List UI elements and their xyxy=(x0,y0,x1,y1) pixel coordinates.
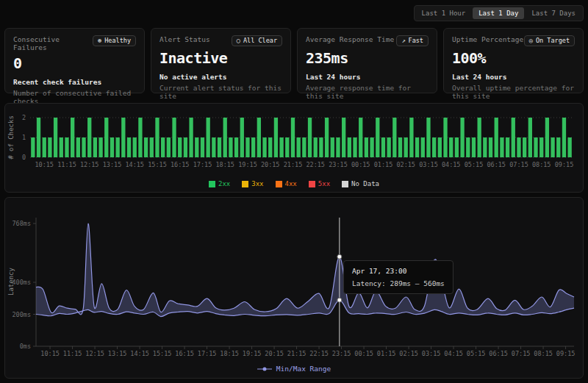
legend-label: 4xx xyxy=(285,180,297,187)
svg-text:0: 0 xyxy=(22,154,26,161)
svg-text:12:15: 12:15 xyxy=(85,350,104,357)
svg-text:07:15: 07:15 xyxy=(509,161,528,168)
stat-card-value: 100% xyxy=(452,49,575,67)
svg-text:# of Checks: # of Checks xyxy=(7,115,15,160)
stat-card-head: Uptime Percentage◎On Target xyxy=(452,35,575,46)
svg-text:17:15: 17:15 xyxy=(193,161,212,168)
stat-card-3: Uptime Percentage◎On Target100%Last 24 h… xyxy=(443,28,584,93)
status-badge-label: Fast xyxy=(409,37,423,44)
status-badge: ⊕Healthy xyxy=(93,35,136,46)
legend-label: No Data xyxy=(351,180,379,187)
stat-card-subtitle: Last 24 hours xyxy=(306,73,429,81)
stat-card-2: Average Response Time↗Fast235msLast 24 h… xyxy=(297,28,437,93)
stat-card-value: Inactive xyxy=(159,49,282,67)
svg-text:04:15: 04:15 xyxy=(442,161,461,168)
range-button-last-7-days[interactable]: Last 7 Days xyxy=(526,7,581,19)
svg-text:23:15: 23:15 xyxy=(329,161,348,168)
svg-text:01:15: 01:15 xyxy=(377,350,396,357)
svg-text:12:15: 12:15 xyxy=(80,161,99,168)
health-icon: ⊕ xyxy=(98,37,101,44)
svg-text:03:15: 03:15 xyxy=(422,350,441,357)
time-range-selector: Last 1 HourLast 1 DayLast 7 Days xyxy=(414,5,584,21)
svg-text:08:15: 08:15 xyxy=(534,350,553,357)
stat-card-title: Consecutive Failures xyxy=(13,35,93,51)
stat-cards-row: Consecutive Failures⊕Healthy0Recent chec… xyxy=(4,28,584,93)
tooltip-latency-range: Latency: 289ms – 560ms xyxy=(352,279,445,287)
stat-card-head: Average Response Time↗Fast xyxy=(306,35,429,46)
legend-item-4xx: 4xx xyxy=(276,180,297,187)
legend-swatch xyxy=(242,181,248,187)
svg-text:0ms: 0ms xyxy=(20,343,31,350)
crosshair-dot-min xyxy=(337,298,342,302)
status-badge: ↗Fast xyxy=(396,35,429,46)
svg-text:23:15: 23:15 xyxy=(332,350,351,357)
svg-text:18:15: 18:15 xyxy=(215,161,234,168)
legend-swatch xyxy=(276,181,282,187)
legend-label: 3xx xyxy=(251,180,263,187)
svg-text:09:15: 09:15 xyxy=(556,350,576,357)
legend-item-no-data: No Data xyxy=(342,180,379,187)
svg-text:02:15: 02:15 xyxy=(396,161,415,168)
svg-text:20:15: 20:15 xyxy=(261,161,280,168)
svg-text:1: 1 xyxy=(22,134,26,141)
status-badge: ◎On Target xyxy=(524,35,575,46)
stat-card-value: 235ms xyxy=(306,49,429,67)
svg-text:16:15: 16:15 xyxy=(175,350,194,357)
svg-text:21:15: 21:15 xyxy=(287,350,306,357)
range-button-last-1-hour[interactable]: Last 1 Hour xyxy=(416,7,472,19)
stat-card-1: Alert Status○All ClearInactiveNo active … xyxy=(151,28,291,93)
stat-card-title: Uptime Percentage xyxy=(452,35,523,43)
svg-text:00:15: 00:15 xyxy=(354,350,373,357)
svg-text:05:15: 05:15 xyxy=(467,350,486,357)
status-code-legend: 2xx3xx4xx5xxNo Data xyxy=(5,180,583,187)
legend-swatch xyxy=(309,181,315,187)
stat-card-title: Average Response Time xyxy=(306,35,394,43)
svg-text:01:15: 01:15 xyxy=(374,161,393,168)
svg-text:08:15: 08:15 xyxy=(532,161,551,168)
bell-icon: ○ xyxy=(237,37,240,44)
checks-chart-panel: 012# of Checks10:1511:1512:1513:1514:151… xyxy=(4,103,584,193)
checks-bar-chart[interactable]: 012# of Checks10:1511:1512:1513:1514:151… xyxy=(5,104,583,174)
svg-text:17:15: 17:15 xyxy=(198,350,217,357)
status-badge-label: Healthy xyxy=(104,37,131,44)
svg-text:19:15: 19:15 xyxy=(238,161,257,168)
stat-card-0: Consecutive Failures⊕Healthy0Recent chec… xyxy=(4,28,145,93)
legend-swatch xyxy=(209,181,215,187)
tooltip-timestamp: Apr 17, 23:00 xyxy=(352,267,445,275)
svg-text:21:15: 21:15 xyxy=(284,161,303,168)
svg-text:22:15: 22:15 xyxy=(306,161,325,168)
latency-area-chart[interactable]: 0ms200ms400ms768msLatency10:1511:1512:15… xyxy=(5,198,583,358)
stat-card-subtitle: Last 24 hours xyxy=(452,73,575,81)
range-button-last-1-day[interactable]: Last 1 Day xyxy=(473,7,524,19)
stat-card-subtitle: Recent check failures xyxy=(13,78,136,86)
svg-text:10:15: 10:15 xyxy=(40,350,60,357)
legend-label: 5xx xyxy=(318,180,330,187)
svg-text:15:15: 15:15 xyxy=(153,350,172,357)
svg-text:00:15: 00:15 xyxy=(351,161,370,168)
stat-card-description: Average response time for this site xyxy=(306,84,429,100)
svg-text:10:15: 10:15 xyxy=(35,161,54,168)
legend-item-5xx: 5xx xyxy=(309,180,330,187)
svg-text:200ms: 200ms xyxy=(12,311,31,318)
svg-text:07:15: 07:15 xyxy=(512,350,531,357)
svg-text:19:15: 19:15 xyxy=(243,350,262,357)
svg-text:15:15: 15:15 xyxy=(148,161,167,168)
legend-swatch xyxy=(342,181,348,187)
svg-text:2: 2 xyxy=(22,114,26,121)
svg-text:14:15: 14:15 xyxy=(130,350,149,357)
svg-text:20:15: 20:15 xyxy=(265,350,284,357)
legend-item-3xx: 3xx xyxy=(242,180,263,187)
stat-card-head: Consecutive Failures⊕Healthy xyxy=(13,35,136,51)
svg-text:13:15: 13:15 xyxy=(108,350,127,357)
svg-text:13:15: 13:15 xyxy=(103,161,122,168)
stat-card-description: Overall uptime percentage for this site xyxy=(452,84,575,100)
trend-up-icon: ↗ xyxy=(401,37,405,44)
svg-text:Latency: Latency xyxy=(7,267,15,296)
legend-item-2xx: 2xx xyxy=(209,180,230,187)
stat-card-value: 0 xyxy=(13,54,136,72)
minmax-legend-label: Min/Max Range xyxy=(276,365,331,373)
svg-text:11:15: 11:15 xyxy=(63,350,82,357)
stat-card-subtitle: No active alerts xyxy=(159,73,282,81)
svg-text:16:15: 16:15 xyxy=(171,161,190,168)
latency-chart-panel: 0ms200ms400ms768msLatency10:1511:1512:15… xyxy=(4,197,584,379)
